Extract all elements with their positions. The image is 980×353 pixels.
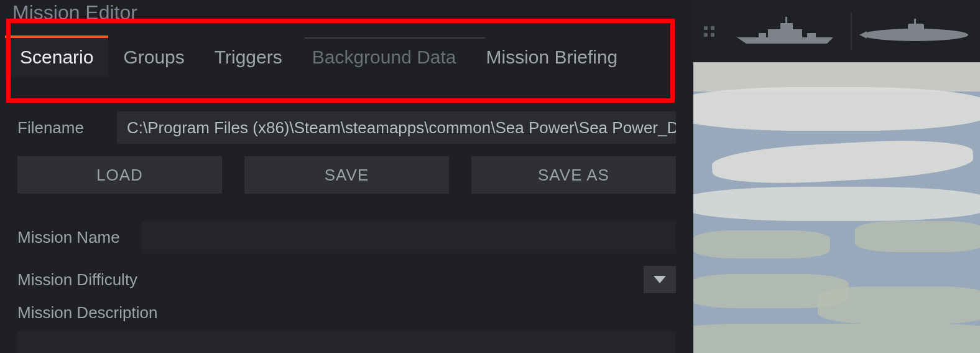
mission-description-label: Mission Description	[17, 303, 676, 322]
filename-label: Filename	[17, 118, 117, 138]
panel-title: Mission Editor	[0, 0, 693, 24]
difficulty-dropdown-button[interactable]	[644, 266, 676, 293]
mission-name-label: Mission Name	[17, 228, 142, 247]
terrain-patch	[693, 230, 830, 258]
svg-marker-9	[859, 31, 867, 39]
save-button[interactable]: SAVE	[244, 156, 449, 194]
sky-cloud	[693, 87, 980, 131]
tab-bar: Scenario Groups Triggers Background Data…	[0, 38, 693, 77]
chevron-down-icon	[654, 276, 666, 283]
save-as-button[interactable]: SAVE AS	[471, 156, 676, 194]
filename-input[interactable]: C:\Program Files (x86)\Steam\steamapps\c…	[117, 111, 676, 144]
svg-rect-8	[914, 19, 916, 25]
preview-panel	[693, 0, 980, 353]
tab-mission-briefing[interactable]: Mission Briefing	[471, 38, 633, 77]
submarine-button[interactable]	[857, 9, 974, 53]
filename-row: Filename C:\Program Files (x86)\Steam\st…	[17, 111, 676, 144]
tab-background-data[interactable]: Background Data	[297, 38, 471, 77]
tab-triggers[interactable]: Triggers	[200, 38, 297, 77]
mission-difficulty-select[interactable]	[160, 266, 676, 293]
surface-ship-button[interactable]	[728, 9, 846, 53]
scenario-form: Filename C:\Program Files (x86)\Steam\st…	[0, 77, 693, 353]
svg-rect-3	[785, 17, 787, 24]
terrain-patch	[693, 324, 980, 353]
editor-panel: Mission Editor Scenario Groups Triggers …	[0, 0, 693, 353]
map-preview[interactable]	[693, 62, 980, 353]
svg-rect-5	[807, 33, 816, 37]
toolbar-separator	[851, 12, 852, 50]
svg-rect-1	[768, 29, 802, 37]
tab-scenario[interactable]: Scenario	[5, 38, 108, 77]
submarine-icon	[859, 19, 971, 44]
svg-marker-0	[654, 276, 666, 283]
mission-name-row: Mission Name	[17, 221, 676, 253]
mission-difficulty-row: Mission Difficulty	[17, 266, 676, 293]
mission-name-input[interactable]	[142, 221, 676, 253]
svg-rect-4	[759, 33, 766, 37]
destroyer-icon	[734, 16, 839, 47]
mission-description-row: Mission Description	[17, 303, 676, 353]
cloud-layer	[711, 136, 974, 187]
svg-rect-7	[908, 24, 924, 32]
terrain-patch	[818, 286, 980, 324]
mission-difficulty-label: Mission Difficulty	[17, 270, 160, 289]
drag-grip-icon[interactable]	[700, 22, 718, 40]
mission-description-input[interactable]	[17, 331, 676, 353]
cloud-layer	[693, 187, 980, 221]
file-buttons-row: LOAD SAVE SAVE AS	[17, 156, 676, 194]
tab-groups[interactable]: Groups	[108, 38, 199, 77]
load-button[interactable]: LOAD	[17, 156, 222, 194]
terrain-patch	[855, 221, 980, 252]
unit-type-toolbar	[693, 0, 980, 62]
mission-editor-app: Mission Editor Scenario Groups Triggers …	[0, 0, 980, 353]
